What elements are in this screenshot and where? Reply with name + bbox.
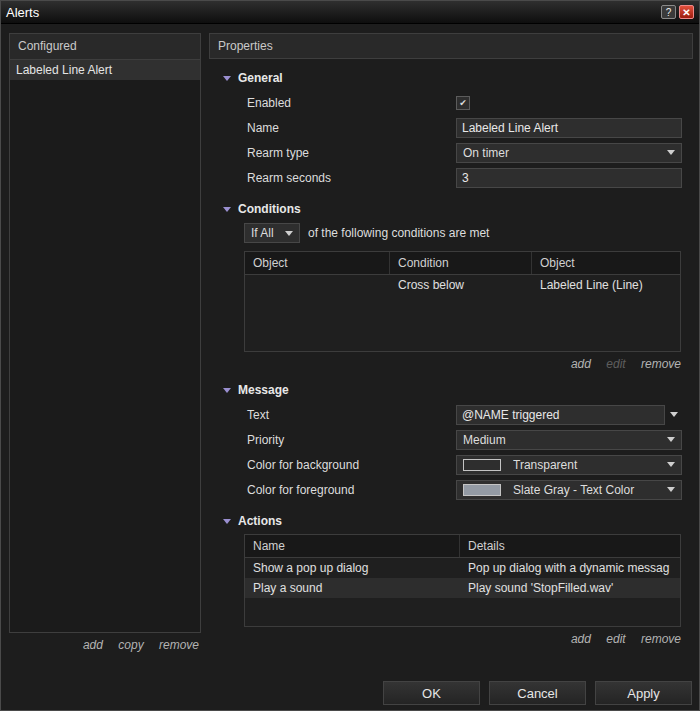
conditions-table-header: Object Condition Object: [245, 252, 680, 275]
section-actions[interactable]: Actions: [223, 514, 693, 528]
row-name: Name: [209, 115, 693, 140]
row-rearm-seconds: Rearm seconds: [209, 165, 693, 190]
condition-remove-link[interactable]: remove: [641, 357, 681, 371]
row-background-color: Color for background Transparent: [209, 452, 693, 477]
action-add-link[interactable]: add: [571, 632, 591, 646]
priority-label: Priority: [247, 433, 456, 447]
conditions-links: add edit remove: [209, 357, 681, 371]
chevron-down-icon: [285, 231, 293, 236]
help-button[interactable]: ?: [661, 5, 676, 19]
priority-value: Medium: [463, 433, 661, 447]
chevron-down-icon: [667, 462, 675, 467]
chevron-down-icon: [667, 487, 675, 492]
foreground-color-label: Color for foreground: [247, 483, 456, 497]
properties-content: General Enabled ✔ Name Rearm type On tim…: [209, 59, 693, 646]
action-details-cell: Pop up dialog with a dynamic messag: [460, 561, 680, 575]
collapse-triangle-icon: [223, 76, 231, 81]
condition-add-link[interactable]: add: [571, 357, 591, 371]
column-header-object2[interactable]: Object: [532, 256, 680, 270]
action-name-cell: Show a pop up dialog: [245, 561, 460, 575]
foreground-color-value: Slate Gray - Text Color: [513, 483, 661, 497]
action-row-sound[interactable]: Play a sound Play sound 'StopFilled.wav': [245, 578, 680, 598]
alert-add-link[interactable]: add: [83, 638, 103, 652]
name-input[interactable]: [456, 118, 682, 138]
actions-table-header: Name Details: [245, 535, 680, 558]
row-priority: Priority Medium: [209, 427, 693, 452]
action-remove-link[interactable]: remove: [641, 632, 681, 646]
section-actions-title: Actions: [238, 514, 282, 528]
action-row-popup[interactable]: Show a pop up dialog Pop up dialog with …: [245, 558, 680, 578]
conditions-table-body: Cross below Labeled Line (Line): [245, 275, 680, 351]
alerts-dialog: Alerts ? ✕ Configured Labeled Line Alert…: [0, 0, 700, 711]
enabled-label: Enabled: [247, 96, 456, 110]
background-color-select[interactable]: Transparent: [456, 455, 682, 475]
help-icon: ?: [666, 7, 672, 18]
slate-gray-swatch: [463, 484, 501, 496]
list-item-labeled-line-alert[interactable]: Labeled Line Alert: [10, 60, 200, 80]
action-edit-link[interactable]: edit: [606, 632, 625, 646]
foreground-color-select[interactable]: Slate Gray - Text Color: [456, 480, 682, 500]
action-details-cell: Play sound 'StopFilled.wav': [460, 581, 680, 595]
column-header-details[interactable]: Details: [460, 539, 680, 553]
actions-table: Name Details Show a pop up dialog Pop up…: [244, 534, 681, 627]
match-mode-suffix: of the following conditions are met: [308, 226, 489, 240]
name-label: Name: [247, 121, 456, 135]
close-icon: ✕: [682, 7, 690, 18]
cancel-button[interactable]: Cancel: [489, 681, 586, 705]
row-rearm-type: Rearm type On timer: [209, 140, 693, 165]
section-conditions[interactable]: Conditions: [223, 202, 693, 216]
condition-condition-cell: Cross below: [390, 278, 532, 292]
properties-header: Properties: [209, 33, 693, 59]
close-button[interactable]: ✕: [679, 5, 694, 19]
row-foreground-color: Color for foreground Slate Gray - Text C…: [209, 477, 693, 502]
condition-object2-cell: Labeled Line (Line): [532, 278, 680, 292]
collapse-triangle-icon: [223, 519, 231, 524]
condition-edit-link[interactable]: edit: [606, 357, 625, 371]
row-message-text: Text: [209, 402, 693, 427]
column-header-object[interactable]: Object: [245, 252, 390, 274]
ok-button[interactable]: OK: [383, 681, 480, 705]
apply-button[interactable]: Apply: [595, 681, 692, 705]
rearm-seconds-label: Rearm seconds: [247, 171, 456, 185]
column-header-name[interactable]: Name: [245, 535, 460, 557]
condition-row[interactable]: Cross below Labeled Line (Line): [245, 275, 680, 295]
section-general[interactable]: General: [223, 71, 693, 85]
chevron-down-icon: [670, 412, 678, 417]
actions-table-body: Show a pop up dialog Pop up dialog with …: [245, 558, 680, 626]
rearm-type-select[interactable]: On timer: [456, 143, 682, 163]
section-message-title: Message: [238, 383, 289, 397]
message-text-dropdown-button[interactable]: [665, 405, 682, 425]
section-general-title: General: [238, 71, 283, 85]
column-header-condition[interactable]: Condition: [390, 252, 532, 274]
rearm-seconds-input[interactable]: [456, 168, 682, 188]
enabled-checkbox[interactable]: ✔: [456, 96, 470, 110]
match-mode-select[interactable]: If All: [244, 223, 300, 243]
collapse-triangle-icon: [223, 388, 231, 393]
configured-links: add copy remove: [9, 638, 199, 652]
match-mode-value: If All: [251, 226, 279, 240]
actions-links: add edit remove: [209, 632, 681, 646]
alert-copy-link[interactable]: copy: [118, 638, 143, 652]
action-name-cell: Play a sound: [245, 581, 460, 595]
chevron-down-icon: [667, 150, 675, 155]
checkmark-icon: ✔: [459, 98, 467, 108]
section-conditions-title: Conditions: [238, 202, 301, 216]
background-color-label: Color for background: [247, 458, 456, 472]
configured-panel: Configured Labeled Line Alert: [9, 33, 201, 633]
message-text-label: Text: [247, 408, 456, 422]
titlebar[interactable]: Alerts ? ✕: [1, 1, 699, 24]
rearm-type-value: On timer: [463, 146, 661, 160]
background-color-value: Transparent: [513, 458, 661, 472]
configured-panel-header: Configured: [10, 34, 200, 60]
collapse-triangle-icon: [223, 207, 231, 212]
section-message[interactable]: Message: [223, 383, 693, 397]
row-enabled: Enabled ✔: [209, 90, 693, 115]
window-title: Alerts: [6, 5, 658, 20]
conditions-table: Object Condition Object Cross below Labe…: [244, 251, 681, 352]
conditions-match-row: If All of the following conditions are m…: [209, 221, 693, 245]
alert-remove-link[interactable]: remove: [159, 638, 199, 652]
message-text-input[interactable]: [456, 405, 665, 425]
footer: OK Cancel Apply: [1, 681, 692, 705]
transparent-swatch: [463, 459, 501, 471]
priority-select[interactable]: Medium: [456, 430, 682, 450]
